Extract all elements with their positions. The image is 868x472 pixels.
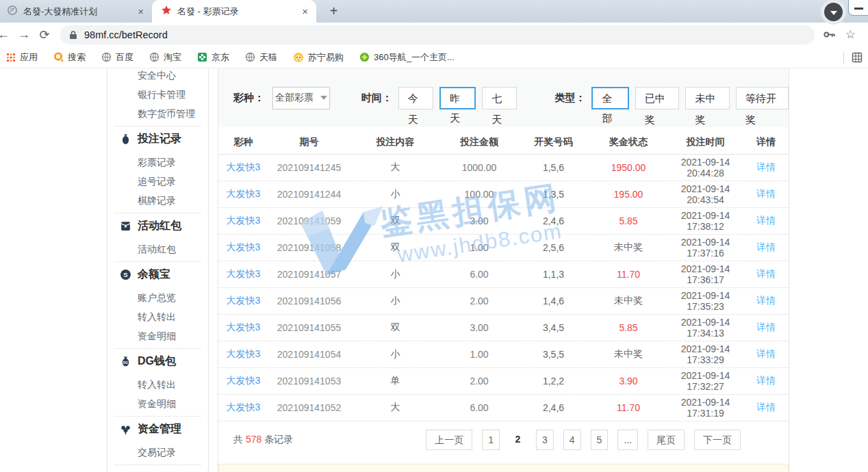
page-button-1[interactable]: 1 [482,430,500,450]
sidebar-item-棋牌记录[interactable]: 棋牌记录 [107,191,208,210]
lottery-link[interactable]: 大发快3 [218,295,268,307]
page-content: 安全中心银行卡管理数字货币管理投注记录彩票记录追号记录棋牌记录活动红包活动红包S… [0,68,868,472]
lottery-link[interactable]: 大发快3 [218,348,268,360]
new-tab-button[interactable]: + [324,2,343,21]
sidebar-item-数字货币管理[interactable]: 数字货币管理 [107,104,208,123]
page-button-2[interactable]: 2 [509,430,526,450]
bookmark-star-icon[interactable]: ☆ [845,27,856,42]
sidebar-item-资金明细[interactable]: 资金明细 [107,326,208,345]
detail-link[interactable]: 详情 [743,241,789,254]
sidebar-section-余额宝[interactable]: S余额宝 [120,265,208,284]
sidebar-item-转入转出[interactable]: 转入转出 [107,307,208,326]
lottery-link[interactable]: 大发快3 [218,375,268,387]
table-row: 大发快3202109141244小100.001,3,5195.002021-0… [218,181,789,208]
red-star-icon [161,5,172,18]
bookmark-item[interactable]: 应用 [6,51,38,64]
reading-list-grid-icon[interactable] [852,52,863,63]
yuebao-icon: S [120,269,131,280]
bookmark-item[interactable]: 搜索 [53,51,86,64]
type-filter-group: 全部已中奖未中奖等待开奖 [585,87,789,109]
sidebar-item-彩票记录[interactable]: 彩票记录 [107,153,208,172]
window-minimize-button[interactable] [848,0,868,16]
time-option-昨天[interactable]: 昨天 [439,87,476,109]
url-bar[interactable]: 98mf.cc/betRecord [60,25,815,44]
funds-icon [120,423,131,435]
sidebar-item-安全中心[interactable]: 安全中心 [107,68,208,85]
pagination-bar: 共578条记录 上一页12345...尾页下一页 [218,430,789,450]
sidebar-item-转入转出[interactable]: 转入转出 [107,375,208,394]
detail-link[interactable]: 详情 [743,161,789,174]
detail-link[interactable]: 详情 [743,348,789,360]
detail-link[interactable]: 详情 [743,375,789,387]
tab-bet-record[interactable]: 名發 - 彩票记录 × [152,0,316,23]
bookmark-item[interactable]: 百度 [101,51,133,64]
type-option-未中奖[interactable]: 未中奖 [685,87,730,109]
url-text: 98mf.cc/betRecord [84,29,168,40]
type-option-全部[interactable]: 全部 [591,87,628,109]
bet-content-cell: 双 [350,215,441,227]
detail-link[interactable]: 详情 [743,402,789,414]
lottery-link[interactable]: 大发快3 [218,268,268,280]
ellipsis-button[interactable]: ... [617,430,638,450]
bookmark-item[interactable]: 京东 [197,51,229,64]
sidebar-item-活动红包[interactable]: 活动红包 [107,239,208,259]
media-control-button[interactable] [821,0,846,25]
page-button-3[interactable]: 3 [536,430,554,450]
bookmark-label: 淘宝 [164,51,181,64]
sidebar-item-银行卡管理[interactable]: 银行卡管理 [107,85,208,104]
detail-link[interactable]: 详情 [743,295,789,307]
next-page-button[interactable]: 下一页 [694,430,741,450]
sidebar-item-交易记录[interactable]: 交易记录 [107,443,208,462]
forward-button[interactable]: → [14,27,34,42]
table-row: 大发快3202109141056小2.001,4,6未中奖2021-09-14 … [218,288,789,315]
type-option-已中奖[interactable]: 已中奖 [635,87,680,109]
detail-link[interactable]: 详情 [743,188,789,200]
detail-link[interactable]: 详情 [743,268,789,280]
lottery-link[interactable]: 大发快3 [218,188,268,200]
bookmark-label: 应用 [20,51,38,64]
table-row: 大发快3202109141055双3.003,4,55.852021-09-14… [218,315,789,341]
back-button[interactable]: ← [0,27,14,42]
table-row: 大发快3202109141058双1.002,5,6未中奖2021-09-14 … [218,235,789,261]
lottery-select[interactable]: 全部彩票 [272,87,330,109]
time-option-今天[interactable]: 今天 [398,87,433,109]
lottery-link[interactable]: 大发快3 [218,322,268,334]
bet-amount-cell: 1.00 [441,242,518,253]
reload-button[interactable]: ⟳ [34,27,55,42]
sidebar-item-账户总览[interactable]: 账户总览 [107,288,208,307]
type-option-等待开奖[interactable]: 等待开奖 [736,87,789,109]
bookmark-item[interactable]: 苏宁易购 [293,51,344,64]
period-cell: 202109141052 [268,402,350,413]
prev-page-button[interactable]: 上一页 [426,430,472,450]
detail-link[interactable]: 详情 [743,215,789,227]
redpacket-icon [120,220,131,232]
time-option-七天[interactable]: 七天 [482,87,517,109]
sidebar-section-活动红包[interactable]: 活动红包 [120,216,208,235]
draw-numbers-cell: 2,5,6 [518,242,589,253]
bookmark-item[interactable]: 淘宝 [149,51,181,64]
close-icon[interactable]: × [302,6,308,16]
lottery-link[interactable]: 大发快3 [218,241,268,254]
page-button-4[interactable]: 4 [563,430,581,450]
lottery-link[interactable]: 大发快3 [218,161,268,174]
sidebar-section-DG钱包[interactable]: DGDG钱包 [120,352,208,371]
bet-time-cell: 2021-09-14 17:38:12 [667,210,743,232]
time-filter-label: 时间： [361,92,392,105]
lock-icon [69,30,77,40]
sidebar-section-投注记录[interactable]: 投注记录 [120,129,208,148]
last-page-button[interactable]: 尾页 [648,430,685,450]
sidebar-item-追号记录[interactable]: 追号记录 [107,172,208,191]
detail-link[interactable]: 详情 [743,322,789,334]
close-icon[interactable]: × [138,6,144,16]
sidebar-item-资金明细[interactable]: 资金明细 [107,394,208,413]
bookmark-label: 天猫 [259,51,277,64]
page-button-5[interactable]: 5 [591,430,609,450]
lottery-link[interactable]: 大发快3 [218,215,268,227]
sidebar-section-资金管理[interactable]: 资金管理 [120,419,208,438]
bookmark-item[interactable]: 360导航_一个主页... [359,51,455,64]
key-icon[interactable] [823,28,836,41]
bet-amount-cell: 6.00 [441,402,518,413]
tab-plan[interactable]: 名發-大發精准计划 × [0,0,152,23]
bookmark-item[interactable]: 天猫 [245,51,277,64]
lottery-link[interactable]: 大发快3 [218,402,268,414]
